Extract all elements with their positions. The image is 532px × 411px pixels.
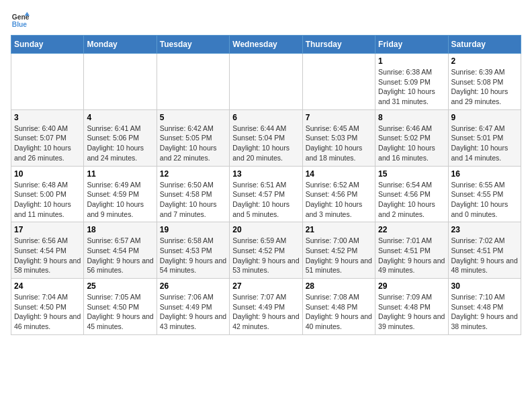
calendar-cell: [302, 54, 375, 110]
weekday-row: SundayMondayTuesdayWednesdayThursdayFrid…: [11, 36, 521, 54]
calendar-cell: [157, 54, 229, 110]
day-info: Sunrise: 6:48 AM Sunset: 5:00 PM Dayligh…: [14, 180, 81, 220]
calendar-cell: 11Sunrise: 6:49 AM Sunset: 4:59 PM Dayli…: [84, 166, 157, 222]
day-number: 12: [160, 169, 226, 179]
day-number: 10: [14, 169, 81, 179]
day-number: 25: [87, 281, 153, 291]
page-header: General Blue: [11, 11, 521, 30]
calendar-cell: 16Sunrise: 6:55 AM Sunset: 4:55 PM Dayli…: [448, 166, 521, 222]
calendar-cell: 29Sunrise: 7:09 AM Sunset: 4:48 PM Dayli…: [375, 279, 448, 335]
day-number: 6: [232, 113, 299, 122]
day-number: 24: [14, 281, 81, 291]
calendar-cell: 2Sunrise: 6:39 AM Sunset: 5:08 PM Daylig…: [448, 54, 521, 110]
day-info: Sunrise: 7:09 AM Sunset: 4:48 PM Dayligh…: [378, 292, 445, 332]
day-number: 20: [232, 225, 299, 234]
day-info: Sunrise: 6:52 AM Sunset: 4:56 PM Dayligh…: [306, 180, 372, 220]
day-info: Sunrise: 6:54 AM Sunset: 4:56 PM Dayligh…: [378, 180, 445, 220]
day-info: Sunrise: 7:07 AM Sunset: 4:49 PM Dayligh…: [232, 292, 299, 332]
calendar-week-1: 1Sunrise: 6:38 AM Sunset: 5:09 PM Daylig…: [11, 54, 521, 110]
day-info: Sunrise: 6:39 AM Sunset: 5:08 PM Dayligh…: [451, 67, 518, 107]
calendar-cell: 21Sunrise: 7:00 AM Sunset: 4:52 PM Dayli…: [302, 222, 375, 279]
day-number: 29: [378, 281, 445, 291]
calendar-cell: 4Sunrise: 6:41 AM Sunset: 5:06 PM Daylig…: [84, 109, 157, 166]
day-number: 3: [14, 113, 81, 122]
calendar-cell: 26Sunrise: 7:06 AM Sunset: 4:49 PM Dayli…: [157, 279, 229, 335]
day-number: 26: [160, 281, 226, 291]
calendar-cell: 9Sunrise: 6:47 AM Sunset: 5:01 PM Daylig…: [448, 109, 521, 166]
day-info: Sunrise: 7:05 AM Sunset: 4:50 PM Dayligh…: [87, 292, 153, 332]
day-number: 22: [378, 225, 445, 234]
calendar-cell: 17Sunrise: 6:56 AM Sunset: 4:54 PM Dayli…: [11, 222, 84, 279]
weekday-header-tuesday: Tuesday: [157, 36, 229, 54]
weekday-header-saturday: Saturday: [448, 36, 521, 54]
calendar-week-4: 17Sunrise: 6:56 AM Sunset: 4:54 PM Dayli…: [11, 222, 521, 279]
calendar-cell: 13Sunrise: 6:51 AM Sunset: 4:57 PM Dayli…: [230, 166, 302, 222]
day-info: Sunrise: 7:08 AM Sunset: 4:48 PM Dayligh…: [306, 292, 372, 332]
day-info: Sunrise: 6:56 AM Sunset: 4:54 PM Dayligh…: [14, 236, 81, 275]
day-info: Sunrise: 6:50 AM Sunset: 4:58 PM Dayligh…: [160, 180, 226, 220]
day-number: 19: [160, 225, 226, 234]
calendar-cell: 23Sunrise: 7:02 AM Sunset: 4:51 PM Dayli…: [448, 222, 521, 279]
calendar-week-3: 10Sunrise: 6:48 AM Sunset: 5:00 PM Dayli…: [11, 166, 521, 222]
calendar-cell: 19Sunrise: 6:58 AM Sunset: 4:53 PM Dayli…: [157, 222, 229, 279]
day-info: Sunrise: 6:47 AM Sunset: 5:01 PM Dayligh…: [451, 124, 518, 163]
logo-icon: General Blue: [11, 11, 30, 30]
day-number: 16: [451, 169, 518, 179]
calendar: SundayMondayTuesdayWednesdayThursdayFrid…: [11, 35, 521, 335]
day-info: Sunrise: 6:40 AM Sunset: 5:07 PM Dayligh…: [14, 124, 81, 163]
day-number: 17: [14, 225, 81, 234]
day-number: 23: [451, 225, 518, 234]
day-info: Sunrise: 7:02 AM Sunset: 4:51 PM Dayligh…: [451, 236, 518, 275]
day-info: Sunrise: 6:59 AM Sunset: 4:52 PM Dayligh…: [232, 236, 299, 275]
calendar-cell: 3Sunrise: 6:40 AM Sunset: 5:07 PM Daylig…: [11, 109, 84, 166]
day-number: 1: [378, 56, 445, 66]
calendar-cell: 7Sunrise: 6:45 AM Sunset: 5:03 PM Daylig…: [302, 109, 375, 166]
day-info: Sunrise: 7:10 AM Sunset: 4:48 PM Dayligh…: [451, 292, 518, 332]
day-number: 9: [451, 113, 518, 122]
weekday-header-sunday: Sunday: [11, 36, 84, 54]
day-number: 4: [87, 113, 153, 122]
calendar-cell: 24Sunrise: 7:04 AM Sunset: 4:50 PM Dayli…: [11, 279, 84, 335]
day-number: 15: [378, 169, 445, 179]
day-number: 2: [451, 56, 518, 66]
calendar-cell: 10Sunrise: 6:48 AM Sunset: 5:00 PM Dayli…: [11, 166, 84, 222]
calendar-cell: 15Sunrise: 6:54 AM Sunset: 4:56 PM Dayli…: [375, 166, 448, 222]
day-info: Sunrise: 6:41 AM Sunset: 5:06 PM Dayligh…: [87, 124, 153, 163]
day-info: Sunrise: 6:51 AM Sunset: 4:57 PM Dayligh…: [232, 180, 299, 220]
logo: General Blue: [11, 11, 30, 30]
calendar-cell: 6Sunrise: 6:44 AM Sunset: 5:04 PM Daylig…: [230, 109, 302, 166]
day-info: Sunrise: 6:38 AM Sunset: 5:09 PM Dayligh…: [378, 67, 445, 107]
day-number: 5: [160, 113, 226, 122]
calendar-cell: 27Sunrise: 7:07 AM Sunset: 4:49 PM Dayli…: [230, 279, 302, 335]
calendar-cell: 8Sunrise: 6:46 AM Sunset: 5:02 PM Daylig…: [375, 109, 448, 166]
calendar-week-5: 24Sunrise: 7:04 AM Sunset: 4:50 PM Dayli…: [11, 279, 521, 335]
day-info: Sunrise: 6:57 AM Sunset: 4:54 PM Dayligh…: [87, 236, 153, 275]
calendar-cell: 18Sunrise: 6:57 AM Sunset: 4:54 PM Dayli…: [84, 222, 157, 279]
weekday-header-monday: Monday: [84, 36, 157, 54]
day-info: Sunrise: 7:04 AM Sunset: 4:50 PM Dayligh…: [14, 292, 81, 332]
calendar-week-2: 3Sunrise: 6:40 AM Sunset: 5:07 PM Daylig…: [11, 109, 521, 166]
calendar-cell: 5Sunrise: 6:42 AM Sunset: 5:05 PM Daylig…: [157, 109, 229, 166]
weekday-header-wednesday: Wednesday: [230, 36, 302, 54]
day-number: 14: [306, 169, 372, 179]
calendar-cell: [84, 54, 157, 110]
weekday-header-friday: Friday: [375, 36, 448, 54]
day-number: 30: [451, 281, 518, 291]
calendar-cell: [11, 54, 84, 110]
day-info: Sunrise: 7:06 AM Sunset: 4:49 PM Dayligh…: [160, 292, 226, 332]
day-info: Sunrise: 6:58 AM Sunset: 4:53 PM Dayligh…: [160, 236, 226, 275]
calendar-body: 1Sunrise: 6:38 AM Sunset: 5:09 PM Daylig…: [11, 54, 521, 335]
calendar-cell: 22Sunrise: 7:01 AM Sunset: 4:51 PM Dayli…: [375, 222, 448, 279]
calendar-cell: 12Sunrise: 6:50 AM Sunset: 4:58 PM Dayli…: [157, 166, 229, 222]
day-info: Sunrise: 6:55 AM Sunset: 4:55 PM Dayligh…: [451, 180, 518, 220]
calendar-cell: 30Sunrise: 7:10 AM Sunset: 4:48 PM Dayli…: [448, 279, 521, 335]
day-info: Sunrise: 7:01 AM Sunset: 4:51 PM Dayligh…: [378, 236, 445, 275]
svg-text:Blue: Blue: [12, 21, 28, 28]
day-number: 27: [232, 281, 299, 291]
day-number: 7: [306, 113, 372, 122]
calendar-cell: 1Sunrise: 6:38 AM Sunset: 5:09 PM Daylig…: [375, 54, 448, 110]
day-info: Sunrise: 7:00 AM Sunset: 4:52 PM Dayligh…: [306, 236, 372, 275]
calendar-cell: 14Sunrise: 6:52 AM Sunset: 4:56 PM Dayli…: [302, 166, 375, 222]
day-number: 18: [87, 225, 153, 234]
calendar-cell: 25Sunrise: 7:05 AM Sunset: 4:50 PM Dayli…: [84, 279, 157, 335]
